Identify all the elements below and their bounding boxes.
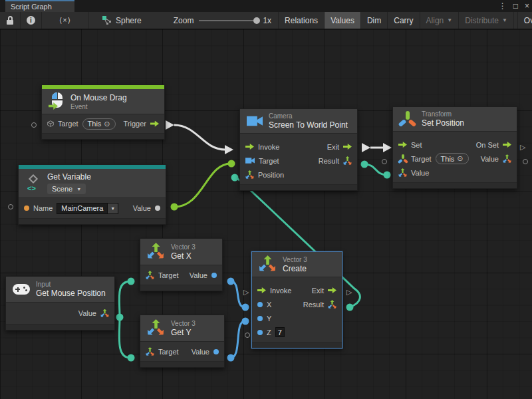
node-subtitle: Event — [70, 103, 127, 110]
code-icon: ⟨×⟩ — [59, 16, 71, 25]
vector3-port-icon[interactable] — [343, 156, 352, 165]
value-output-port[interactable] — [213, 349, 219, 354]
unconnected-port-indicator[interactable] — [31, 122, 37, 128]
port-label-value: Value — [78, 309, 96, 317]
vector3-port-icon[interactable] — [245, 170, 254, 179]
distribute-button[interactable]: Distribute▼ — [459, 12, 514, 29]
unconnected-port-indicator[interactable] — [8, 204, 13, 209]
node-vector3-get-y[interactable]: Vector 3 Get Y Target Value — [140, 315, 225, 368]
tab-title: Script Graph — [11, 3, 52, 11]
port-label-name: Name — [33, 204, 53, 212]
variable-scope-dropdown[interactable]: Scene ▼ — [47, 184, 86, 194]
scope-value: Scene — [52, 185, 72, 193]
node-on-mouse-drag[interactable]: On Mouse Drag Event Target This ⊙ Trigge… — [41, 84, 165, 140]
z-value-field[interactable]: 7 — [275, 327, 285, 337]
lock-icon — [6, 16, 14, 25]
unconnected-flow-indicator[interactable]: ▷ — [243, 289, 249, 296]
node-vector3-get-x[interactable]: Vector 3 Get X Target Value — [140, 238, 223, 291]
z-input-port[interactable] — [257, 330, 263, 335]
value-output-port[interactable] — [211, 273, 217, 278]
vector3-icon — [147, 319, 165, 337]
port-label-value: Value — [133, 204, 151, 212]
unconnected-flow-indicator[interactable]: ▷ — [346, 289, 352, 296]
window-maximize-icon[interactable]: □ — [513, 2, 518, 10]
unconnected-flow-indicator[interactable]: ▷ — [520, 144, 525, 151]
tab-script-graph[interactable]: Script Graph — [5, 0, 74, 12]
on-set-output-port[interactable] — [503, 142, 511, 148]
target-this-field[interactable]: This ⊙ — [436, 153, 469, 164]
variable-name-dropdown[interactable]: ▼ — [108, 203, 118, 214]
overview-button[interactable]: Overview — [517, 12, 532, 29]
port-label-y: Y — [267, 315, 271, 323]
vector3-port-icon[interactable] — [398, 168, 407, 177]
info-button[interactable]: i — [21, 12, 42, 29]
y-input-port[interactable] — [257, 316, 263, 321]
transform-icon — [400, 111, 416, 127]
unconnected-port-indicator[interactable] — [382, 159, 387, 164]
zoom-slider-handle[interactable] — [253, 17, 260, 24]
target-this-field[interactable]: This ⊙ — [82, 118, 116, 130]
name-input-port[interactable] — [24, 205, 29, 211]
zoom-value: 1x — [263, 16, 271, 25]
node-get-variable[interactable]: <> Get Variable Scene ▼ Name MainCamera … — [18, 164, 166, 225]
port-label-value: Value — [192, 348, 209, 356]
graph-breadcrumb[interactable]: Sphere — [96, 12, 148, 29]
value-output-port[interactable] — [155, 205, 160, 211]
vector3-port-icon[interactable] — [146, 347, 154, 356]
window-close-icon[interactable]: × — [525, 2, 529, 10]
vector3-port-icon[interactable] — [146, 271, 154, 279]
transform-port-icon[interactable] — [398, 154, 407, 163]
unconnected-port-indicator[interactable] — [245, 332, 250, 338]
code-preview-button[interactable]: ⟨×⟩ — [42, 12, 89, 29]
vector3-port-icon[interactable] — [100, 309, 109, 318]
node-vector3-create[interactable]: Vector 3 Create Invoke Exit X Result — [251, 251, 342, 348]
window-tab-bar: Script Graph ⋮ □ × — [0, 0, 532, 12]
port-label-target: Target — [259, 157, 279, 165]
node-footer — [393, 182, 517, 188]
graph-name: Sphere — [116, 16, 142, 25]
camera-port-icon[interactable] — [245, 158, 255, 164]
invoke-input-port[interactable] — [257, 287, 266, 293]
vector3-port-icon[interactable] — [328, 300, 336, 309]
port-label-exit: Exit — [327, 143, 339, 151]
relations-button[interactable]: Relations — [278, 12, 325, 29]
dim-button[interactable]: Dim — [361, 12, 388, 29]
carry-button[interactable]: Carry — [388, 12, 420, 29]
port-label-z: Z — [267, 329, 271, 336]
port-label-invoke: Invoke — [258, 143, 279, 151]
window-menu-icon[interactable]: ⋮ — [499, 2, 507, 10]
lock-button[interactable] — [0, 12, 21, 29]
trigger-output-port[interactable] — [150, 121, 159, 127]
port-label-result: Result — [303, 301, 324, 309]
node-title: Get Mouse Position — [36, 289, 106, 298]
object-picker-icon[interactable]: ⊙ — [457, 154, 463, 163]
values-button[interactable]: Values — [325, 12, 361, 29]
zoom-slider[interactable] — [199, 20, 257, 21]
node-category: Input — [36, 281, 106, 288]
object-picker-icon[interactable]: ⊙ — [104, 120, 110, 128]
set-input-port[interactable] — [398, 142, 407, 148]
graph-canvas[interactable]: On Mouse Drag Event Target This ⊙ Trigge… — [0, 29, 532, 399]
invoke-input-port[interactable] — [245, 144, 254, 150]
mouse-drag-icon — [49, 92, 65, 110]
vector3-icon — [147, 243, 165, 261]
variable-name-field[interactable]: MainCamera — [57, 203, 108, 214]
node-title: Screen To World Point — [269, 120, 348, 130]
align-button[interactable]: Align▼ — [420, 12, 460, 29]
node-footer — [42, 133, 164, 139]
unconnected-port-indicator[interactable] — [523, 159, 528, 164]
port-label-set: Set — [411, 141, 422, 149]
node-set-position[interactable]: Transform Set Position Set On Set Target… — [392, 106, 517, 189]
node-footer — [240, 184, 357, 190]
node-get-mouse-position[interactable]: Input Get Mouse Position Value — [5, 276, 115, 331]
node-category: Transform — [422, 110, 464, 118]
node-title: Set Position — [422, 118, 464, 128]
exit-output-port[interactable] — [328, 287, 336, 293]
node-footer — [140, 285, 222, 291]
exit-output-port[interactable] — [343, 144, 352, 150]
x-input-port[interactable] — [257, 302, 263, 307]
vector3-port-icon[interactable] — [503, 154, 511, 163]
port-label-target: Target — [158, 271, 179, 279]
node-screen-to-world-point[interactable]: Camera Screen To World Point Invoke Exit… — [239, 108, 358, 191]
graph-toolbar: i ⟨×⟩ Sphere Zoom 1x Relations Values Di… — [0, 12, 532, 29]
